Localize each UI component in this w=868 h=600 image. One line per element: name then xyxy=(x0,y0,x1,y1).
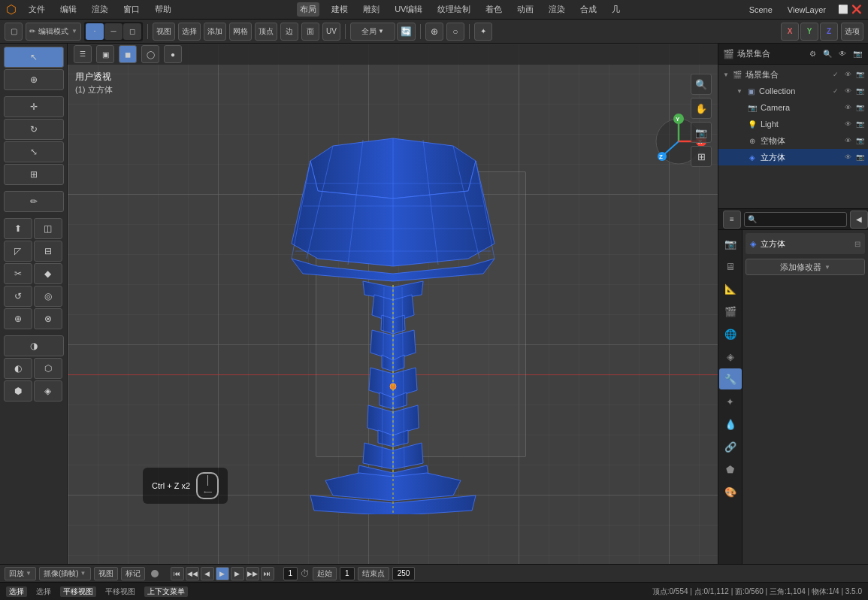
annotate-tool-btn[interactable]: ✏ xyxy=(4,191,64,212)
scene-camera-icon[interactable]: 📷 xyxy=(854,69,865,80)
props-view-toggle-btn[interactable]: ≡ xyxy=(723,211,741,229)
snap-toggle-btn[interactable]: ⊕ xyxy=(425,23,443,41)
next-frame-btn[interactable]: ▶ xyxy=(231,567,244,580)
add-modifier-btn[interactable]: 添加修改器 ▼ xyxy=(746,259,865,275)
world-props-btn[interactable]: 🌐 xyxy=(719,323,742,344)
camera-view-btn[interactable]: 📷 xyxy=(691,122,712,143)
camera-eye-icon[interactable]: 👁 xyxy=(842,102,853,113)
scale-tool-btn[interactable]: ⤡ xyxy=(4,141,64,162)
empty-eye-icon[interactable]: 👁 xyxy=(842,135,853,146)
inset-btn[interactable]: ◫ xyxy=(34,218,62,239)
camera-render-icon[interactable]: 📷 xyxy=(854,102,865,113)
view-layer-props-btn[interactable]: 📐 xyxy=(719,278,742,299)
bevel-btn[interactable]: ◸ xyxy=(4,241,32,262)
object-props-btn[interactable]: ◈ xyxy=(719,346,742,367)
ws-rendering[interactable]: 渲染 xyxy=(546,2,568,17)
jump-to-start-btn[interactable]: ⏮ xyxy=(171,567,184,580)
viewport[interactable]: ☰ ▣ ◼ ◯ ● 用户透视 (1) 立方体 xyxy=(68,44,718,564)
outliner-collection[interactable]: ▼ ▣ Collection ✓ 👁 📷 xyxy=(718,83,868,99)
empty-render-icon[interactable]: 📷 xyxy=(854,135,865,146)
particles-props-btn[interactable]: ✦ xyxy=(719,391,742,412)
viewport-shading-solid[interactable]: ◼ xyxy=(119,45,137,63)
knife-btn[interactable]: ✂ xyxy=(4,263,32,284)
next-keyframe-btn[interactable]: ▶▶ xyxy=(246,567,259,580)
scene-visibility-icon[interactable]: ✓ xyxy=(830,69,841,80)
extrude-btn[interactable]: ⬆ xyxy=(4,218,32,239)
z-axis-btn[interactable]: Z xyxy=(820,23,838,41)
select-tool-btn[interactable]: ↖ xyxy=(4,47,64,68)
ws-geometry-nodes[interactable]: 几 xyxy=(609,2,623,17)
physics-props-btn[interactable]: 💧 xyxy=(719,414,742,435)
menu-window[interactable]: 窗口 xyxy=(120,2,143,17)
light-render-icon[interactable]: 📷 xyxy=(854,119,865,129)
prev-keyframe-btn[interactable]: ◀◀ xyxy=(186,567,199,580)
transform-tool-btn[interactable]: ⊞ xyxy=(4,164,64,185)
outliner-camera[interactable]: 📷 Camera 👁 📷 xyxy=(718,99,868,116)
face-menu-btn[interactable]: 面 xyxy=(301,23,319,41)
fps-selector-btn[interactable]: 抓像(插帧) ▼ xyxy=(39,567,91,580)
outliner-cube[interactable]: ◈ 立方体 👁 📷 xyxy=(718,149,868,165)
viewport-menu-btn[interactable]: ☰ xyxy=(74,45,92,63)
ws-animation[interactable]: 动画 xyxy=(514,2,537,17)
pan-btn[interactable]: ✋ xyxy=(691,98,712,119)
jump-to-end-btn[interactable]: ⏭ xyxy=(261,567,274,580)
pivot-btn[interactable]: 全局 ▼ xyxy=(350,23,395,41)
scene-eye-icon[interactable]: 👁 xyxy=(842,69,853,80)
add-menu-btn[interactable]: 添加 xyxy=(204,23,226,41)
play-btn[interactable]: ▶ xyxy=(216,567,229,580)
menu-render[interactable]: 渲染 xyxy=(89,2,111,17)
y-axis-btn[interactable]: Y xyxy=(800,23,818,41)
smooth-btn[interactable]: ◎ xyxy=(34,286,62,307)
view-timeline-btn[interactable]: 视图 xyxy=(94,567,118,580)
scene-props-btn[interactable]: 🎬 xyxy=(719,301,742,322)
shading2-btn[interactable]: ◐ xyxy=(4,358,32,379)
prev-frame-btn[interactable]: ◀ xyxy=(201,567,214,580)
merge-btn[interactable]: ⊕ xyxy=(4,308,32,329)
menu-edit[interactable]: 编辑 xyxy=(57,2,80,17)
rip-btn[interactable]: ⊗ xyxy=(34,308,62,329)
seam-btn[interactable]: ◈ xyxy=(34,380,62,402)
rotate-tool-btn[interactable]: ↻ xyxy=(4,119,64,140)
output-props-btn[interactable]: 🖥 xyxy=(719,256,742,277)
viewport-shading-render[interactable]: ● xyxy=(164,45,182,63)
properties-search-input[interactable] xyxy=(744,212,847,227)
props-expand-btn[interactable]: ◀ xyxy=(850,211,868,229)
outliner-eye-icon[interactable]: 👁 xyxy=(836,48,848,60)
playback-menu-btn[interactable]: 回放 ▼ xyxy=(5,567,36,580)
loop-cut-btn[interactable]: ⊟ xyxy=(34,241,62,262)
viewport-shading-wire[interactable]: ▣ xyxy=(96,45,114,63)
outliner-search-icon[interactable]: 🔍 xyxy=(821,48,833,60)
mode-selector[interactable]: ✏ 编辑模式 ▼ xyxy=(26,23,81,41)
collection-camera-icon[interactable]: 📷 xyxy=(854,86,865,96)
marker-btn[interactable]: 标记 xyxy=(121,567,145,580)
zoom-in-btn[interactable]: 🔍 xyxy=(691,74,712,95)
ws-sculpt[interactable]: 雕刻 xyxy=(360,2,383,17)
object-data-props-btn[interactable]: ⬟ xyxy=(719,459,742,480)
shading-btn[interactable]: ◑ xyxy=(4,335,64,356)
select-shortcut-label[interactable]: 选择 xyxy=(6,586,27,597)
uv-menu-btn[interactable]: UV xyxy=(322,23,340,41)
light-eye-icon[interactable]: 👁 xyxy=(842,119,853,129)
collection-check-icon[interactable]: ✓ xyxy=(830,86,841,96)
ws-shading[interactable]: 着色 xyxy=(482,2,505,17)
vertex-mode-btn[interactable]: ⬝ xyxy=(86,23,104,40)
constraints-props-btn[interactable]: 🔗 xyxy=(719,436,742,457)
view-menu-btn[interactable]: 视图 xyxy=(153,23,175,41)
ws-texture-paint[interactable]: 纹理绘制 xyxy=(434,2,473,17)
ws-layout[interactable]: 布局 xyxy=(297,2,319,17)
mesh-menu-btn[interactable]: 网格 xyxy=(229,23,252,41)
context-menu-label[interactable]: 上下文菜单 xyxy=(144,586,188,597)
collection-eye-icon[interactable]: 👁 xyxy=(842,86,853,96)
outliner-empty[interactable]: ⊕ 空物体 👁 📷 xyxy=(718,132,868,149)
cursor-tool-btn[interactable]: ⊕ xyxy=(4,69,64,90)
transform-gizmo-btn[interactable]: ✦ xyxy=(474,23,492,41)
polypen-btn[interactable]: ◆ xyxy=(34,263,62,284)
outliner-render-icon[interactable]: 📷 xyxy=(851,48,863,60)
modifier-props-btn active[interactable]: 🔧 xyxy=(719,368,742,389)
transform-orientation-btn[interactable]: 🔄 xyxy=(397,23,416,41)
uv-btn[interactable]: ⬢ xyxy=(4,380,32,402)
cube-render-icon[interactable]: 📷 xyxy=(854,152,865,162)
select-menu-btn[interactable]: 选择 xyxy=(178,23,201,41)
start-frame-input[interactable]: 1 xyxy=(340,567,355,580)
proportional-edit-btn[interactable]: ○ xyxy=(446,23,464,41)
